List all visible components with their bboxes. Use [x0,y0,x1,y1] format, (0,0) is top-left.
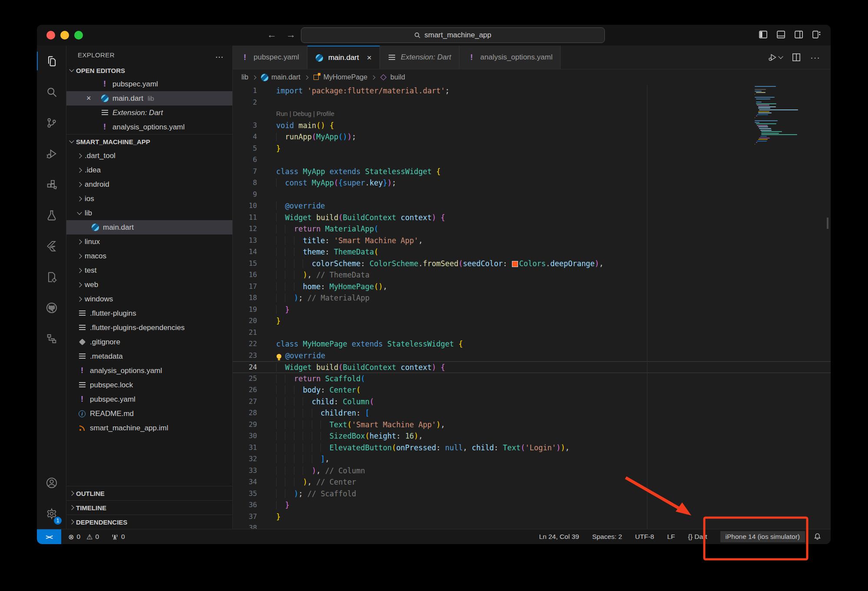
zoom-window-icon[interactable] [74,31,83,40]
tree-item-test[interactable]: test [66,263,232,277]
activity-references-icon[interactable] [37,323,66,354]
breadcrumb-item[interactable]: build [379,73,405,81]
code-line[interactable]: 29 Text('Smart Machine App'), [233,419,831,431]
close-icon[interactable]: × [367,53,372,63]
ports-indicator[interactable]: 0 [111,533,125,541]
code-line[interactable]: 12 return MaterialApp( [233,223,831,235]
tab-analysis-options-yaml[interactable]: !analysis_options.yaml [459,46,561,69]
forward-icon[interactable]: → [286,29,296,40]
open-editor-item[interactable]: ×main.dartlib [66,91,232,106]
code-line[interactable]: 36 } [233,499,831,511]
code-line[interactable]: 21 [233,327,831,339]
codelens-row[interactable]: Run | Debug | Profile [233,108,831,120]
code-line[interactable]: 37} [233,511,831,523]
code-line[interactable]: 6 [233,154,831,166]
breadcrumb-item[interactable]: main.dart [260,73,300,81]
tab-pubspec-yaml[interactable]: !pubspec.yaml [233,46,307,69]
tab-main-dart[interactable]: main.dart× [307,46,380,69]
close-icon[interactable]: × [86,94,91,103]
code-line[interactable]: 5} [233,143,831,155]
activity-search-icon[interactable] [37,76,66,107]
tree-item-windows[interactable]: windows [66,292,232,306]
code-line[interactable]: 13 title: 'Smart Machine App', [233,235,831,247]
status-language-mode[interactable]: {} Dart [688,533,707,541]
scrollbar-thumb[interactable] [827,218,828,229]
toggle-sidebar-icon[interactable] [759,30,768,39]
window-controls[interactable] [46,31,83,40]
explorer-more-actions-icon[interactable]: … [215,50,224,60]
code-line[interactable]: 2 [233,97,831,109]
minimap[interactable] [755,86,813,147]
split-editor-icon[interactable] [792,53,801,62]
activity-flutter-icon[interactable] [37,231,66,261]
activity-settings-icon[interactable]: 1 [37,498,66,529]
tree-item--dart-tool[interactable]: .dart_tool [66,149,232,163]
breadcrumb-item[interactable]: MyHomePage [312,73,367,81]
open-editor-item[interactable]: !pubspec.yaml [66,77,232,91]
status-cursor-position[interactable]: Ln 24, Col 39 [539,533,579,541]
tree-item--idea[interactable]: .idea [66,163,232,177]
code-line[interactable]: 1import 'package:flutter/material.dart'; [233,85,831,97]
toggle-panel-icon[interactable] [776,30,785,39]
code-line[interactable]: 15 colorScheme: ColorScheme.fromSeed(see… [233,258,831,270]
customize-layout-icon[interactable] [812,30,821,39]
section-outline[interactable]: OUTLINE [66,486,232,500]
lightbulb-icon[interactable] [277,354,281,359]
code-line[interactable]: 8 const MyApp({super.key}); [233,177,831,189]
code-line[interactable]: 25 return Scaffold( [233,373,831,385]
code-line[interactable]: 26 body: Center( [233,384,831,396]
activity-testing-icon[interactable] [37,200,66,231]
open-editor-item[interactable]: !analysis_options.yaml [66,120,232,134]
code-line[interactable]: 35 ); // Scaffold [233,488,831,500]
code-line[interactable]: 19 } [233,304,831,316]
minimize-window-icon[interactable] [60,31,69,40]
tree-item-lib[interactable]: lib [66,206,232,220]
open-editor-item[interactable]: Extension: Dart [66,106,232,120]
status-encoding[interactable]: UTF-8 [635,533,654,541]
code-line[interactable]: 14 theme: ThemeData( [233,246,831,258]
activity-extensions-icon[interactable] [37,169,66,200]
code-line[interactable]: 34 ), // Center [233,476,831,488]
remote-indicator[interactable]: >< [37,529,61,544]
tree-item-web[interactable]: web [66,277,232,292]
code-line[interactable]: 32 ], [233,453,831,465]
code-line[interactable]: 10 @override [233,200,831,212]
code-line[interactable]: 16 ), // ThemeData [233,269,831,281]
code-editor[interactable]: 1import 'package:flutter/material.dart';… [233,85,831,529]
tree-item--gitignore[interactable]: .gitignore [66,335,232,349]
code-line[interactable]: 3void main() { [233,120,831,132]
code-line[interactable]: 18 ); // MaterialApp [233,292,831,304]
breadcrumb-item[interactable]: lib [241,73,248,81]
tree-item-pubspec-yaml[interactable]: !pubspec.yaml [66,392,232,406]
more-actions-icon[interactable]: ··· [810,53,820,63]
tree-item-linux[interactable]: linux [66,234,232,249]
tree-item--flutter-plugins-dependencies[interactable]: .flutter-plugins-dependencies [66,320,232,335]
project-root-header[interactable]: SMART_MACHINE_APP [66,134,232,149]
activity-file-gear-icon[interactable] [37,261,66,292]
problems-indicator[interactable]: ⊗ 0 ⚠ 0 [68,533,99,541]
code-line[interactable]: 22class MyHomePage extends StatelessWidg… [233,338,831,350]
activity-explorer-icon[interactable] [37,46,66,76]
open-editors-header[interactable]: OPEN EDITORS [66,64,232,77]
code-line[interactable]: 23@override [233,350,831,362]
toggle-secondary-sidebar-icon[interactable] [794,30,803,39]
code-line[interactable]: 38 [233,522,831,529]
section-dependencies[interactable]: DEPENDENCIES [66,515,232,529]
tree-item-android[interactable]: android [66,177,232,191]
section-timeline[interactable]: TIMELINE [66,500,232,515]
tree-item-pubspec-lock[interactable]: pubspec.lock [66,378,232,392]
code-line[interactable]: 4 runApp(MyApp()); [233,131,831,143]
status-indentation[interactable]: Spaces: 2 [592,533,622,541]
code-line[interactable]: 33 ), // Column [233,465,831,477]
tree-item-macos[interactable]: macos [66,249,232,263]
activity-run-debug-icon[interactable] [37,138,66,169]
tree-item-analysis-options-yaml[interactable]: !analysis_options.yaml [66,363,232,378]
activity-accounts-icon[interactable] [37,467,66,498]
code-line[interactable]: 9 [233,189,831,201]
code-line[interactable]: 31 ElevatedButton(onPressed: null, child… [233,442,831,454]
code-line[interactable]: 24 Widget build(BuildContext context) { [233,361,831,373]
close-window-icon[interactable] [46,31,55,40]
run-or-debug-button[interactable] [768,53,782,62]
tab-extension-dart[interactable]: Extension: Dart [380,46,459,69]
tree-item-main-dart[interactable]: main.dart [66,220,232,234]
